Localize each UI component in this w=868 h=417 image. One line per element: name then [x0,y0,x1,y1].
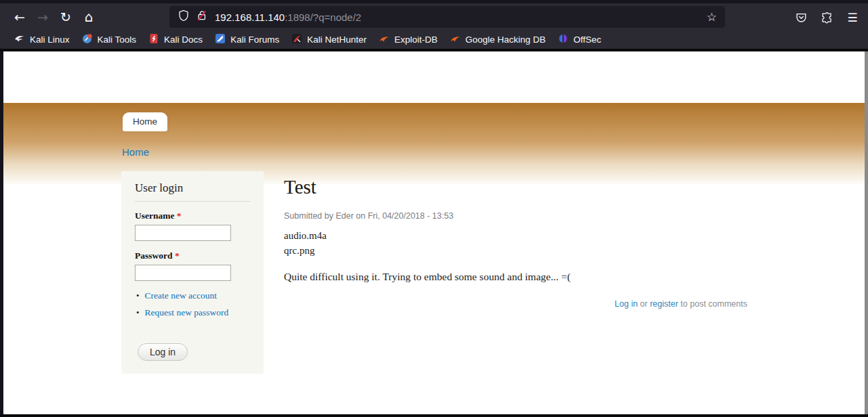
pocket-icon[interactable] [791,8,811,27]
article: Test Submitted by Eder on Fri, 04/20/201… [284,176,747,309]
reload-button[interactable]: ↻ [54,7,77,27]
window-left-edge [0,51,3,414]
bookmark-kali-forums[interactable]: Kali Forums [209,31,285,47]
window-bottom-edge [0,414,868,417]
bookmark-label: Kali Docs [164,35,203,45]
back-button[interactable]: ← [8,7,31,27]
browser-window: ← → ↻ ⌂ 192.168.11.140:1898/?q=node/2 ☆ … [0,0,868,417]
bookmark-label: Exploit-DB [394,35,438,45]
comment-or-text: or [638,299,650,309]
shield-icon[interactable] [178,9,190,24]
breadcrumb: Home [122,146,149,158]
url-path: :1898/?q=node/2 [285,12,361,23]
browser-toolbar: ← → ↻ ⌂ 192.168.11.140:1898/?q=node/2 ☆ … [0,3,868,30]
password-label: Password * [135,250,250,261]
login-links-list: • Create new account • Request new passw… [136,290,250,318]
forward-button[interactable]: → [31,7,54,27]
bookmark-label: Kali Tools [98,35,137,45]
bookmark-label: Kali Forums [230,35,279,45]
url-bar[interactable]: 192.168.11.140:1898/?q=node/2 ☆ [169,6,725,28]
site-title: Lampião [121,72,192,93]
bullet-icon: • [136,307,140,318]
list-item: • Create new account [136,290,250,301]
request-password-link[interactable]: Request new password [145,307,229,318]
bookmark-kali-docs[interactable]: Kali Docs [142,31,209,47]
kali-linux-icon [14,33,25,46]
kali-nethunter-icon [291,33,302,46]
comment-suffix-text: to post comments [678,299,747,309]
menu-hamburger-icon[interactable]: ☰ [842,8,863,27]
article-attachments: audio.m4a qrc.png [284,228,747,258]
bookmark-kali-linux[interactable]: Kali Linux [8,31,76,47]
article-title: Test [284,176,747,198]
kali-tools-icon [82,33,93,46]
article-submitted-line: Submitted by Eder on Fri, 04/20/2018 - 1… [284,211,747,221]
comment-links-line: Log in or register to post comments [284,299,747,309]
comment-log-in-link[interactable]: Log in [615,299,638,309]
bookmarks-toolbar: Kali Linux Kali Tools Kali Docs Kali For… [0,30,868,49]
username-label: Username * [135,211,250,221]
bookmark-star-icon[interactable]: ☆ [707,10,717,24]
kali-docs-icon [148,33,159,46]
log-in-button[interactable]: Log in [138,343,188,361]
bullet-icon: • [136,290,140,301]
kali-forums-icon [215,33,226,46]
list-item: • Request new password [136,307,250,318]
required-marker: * [177,211,182,221]
exploit-db-icon [379,33,390,46]
extensions-puzzle-icon[interactable] [817,8,837,27]
required-marker: * [175,250,180,261]
insecure-lock-icon[interactable] [196,9,208,24]
bookmark-label: Kali Linux [30,35,70,45]
bookmark-kali-tools[interactable]: Kali Tools [76,31,143,47]
bookmark-google-hacking-db[interactable]: Google Hacking DB [444,31,552,47]
bookmark-kali-nethunter[interactable]: Kali NetHunter [285,31,373,47]
bookmark-exploit-db[interactable]: Exploit-DB [373,31,444,47]
attachment-name: qrc.png [284,243,747,258]
attachment-name: audio.m4a [284,228,747,243]
home-button[interactable]: ⌂ [77,7,100,27]
google-hacking-db-icon [450,33,461,46]
login-block-title: User login [135,181,250,202]
url-host: 192.168.11.140 [215,12,285,23]
bookmark-label: OffSec [573,35,601,45]
username-field[interactable] [135,225,231,241]
scrollbar-track[interactable] [865,51,868,414]
password-field[interactable] [135,265,231,281]
comment-register-link[interactable]: register [650,299,678,309]
article-body: Quite difficult using it. Trying to embe… [284,271,747,283]
bookmark-label: Google Hacking DB [466,35,546,45]
user-login-block: User login Username * Password * • Creat… [121,171,264,374]
offsec-icon [558,33,569,46]
bookmark-offsec[interactable]: OffSec [552,31,607,47]
breadcrumb-home-link[interactable]: Home [122,146,149,158]
bookmark-label: Kali NetHunter [307,35,367,45]
nav-tab-home[interactable]: Home [123,112,167,131]
create-account-link[interactable]: Create new account [145,290,217,301]
